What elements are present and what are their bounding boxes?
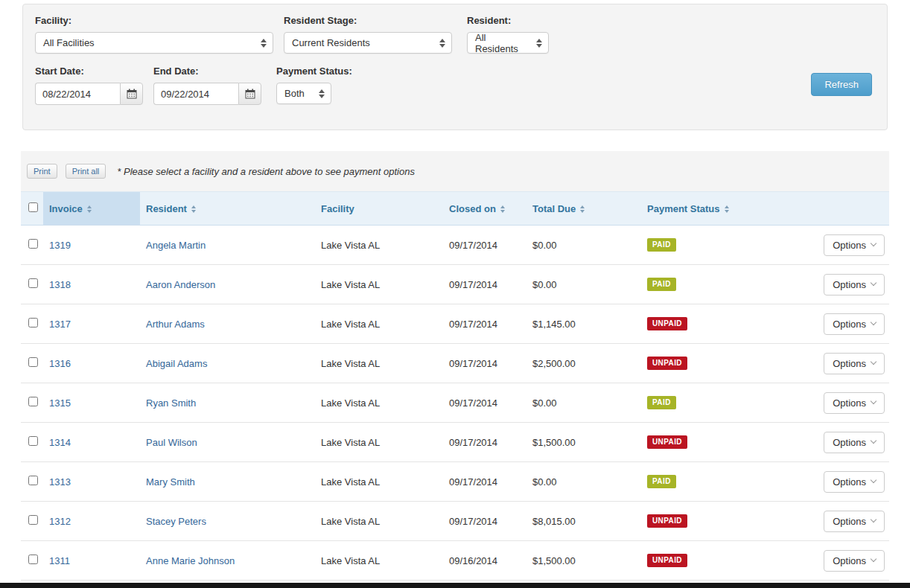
options-button[interactable]: Options	[824, 471, 885, 493]
start-date-label: Start Date:	[35, 65, 143, 77]
facility-cell: Lake Vista AL	[315, 383, 443, 423]
resident-link[interactable]: Aaron Anderson	[146, 279, 215, 290]
invoice-link[interactable]: 1318	[49, 279, 71, 290]
resident-link[interactable]: Paul Wilson	[146, 437, 197, 448]
facility-cell: Lake Vista AL	[315, 344, 443, 383]
table-row: 1314 Paul Wilson Lake Vista AL 09/17/201…	[21, 423, 889, 462]
column-header-facility: Facility	[315, 192, 443, 226]
column-label: Payment Status	[647, 203, 720, 214]
column-header-total-due[interactable]: Total Due	[526, 192, 641, 226]
facility-select[interactable]: All Facilities	[35, 32, 273, 54]
select-all-checkbox[interactable]	[28, 202, 38, 212]
sort-icon	[500, 205, 505, 213]
row-checkbox[interactable]	[28, 278, 38, 288]
options-label: Options	[833, 397, 866, 409]
closed-on-cell: 09/17/2014	[443, 226, 526, 265]
resident-stage-filter-group: Resident Stage: Current Residents	[284, 15, 452, 54]
resident-link[interactable]: Ryan Smith	[146, 397, 196, 409]
row-checkbox[interactable]	[28, 476, 38, 485]
closed-on-cell: 09/17/2014	[443, 462, 526, 502]
row-checkbox[interactable]	[28, 555, 38, 564]
total-due-cell: $8,015.00	[526, 502, 641, 541]
invoice-link[interactable]: 1319	[49, 240, 71, 251]
column-header-resident[interactable]: Resident	[140, 192, 315, 226]
options-button[interactable]: Options	[824, 511, 885, 532]
options-button[interactable]: Options	[824, 550, 885, 572]
table-row: 1318 Aaron Anderson Lake Vista AL 09/17/…	[21, 265, 889, 304]
column-label: Closed on	[449, 203, 496, 214]
sort-icon	[580, 205, 585, 213]
total-due-cell: $0.00	[526, 265, 641, 304]
table-row: 1319 Angela Martin Lake Vista AL 09/17/2…	[21, 226, 889, 265]
start-date-calendar-button[interactable]	[120, 83, 143, 105]
options-button[interactable]: Options	[824, 274, 885, 295]
invoice-link[interactable]: 1314	[49, 437, 71, 448]
resident-link[interactable]: Stacey Peters	[146, 516, 206, 527]
payment-status-select-value: Both	[284, 88, 305, 99]
options-button[interactable]: Options	[824, 392, 885, 414]
resident-link[interactable]: Abigail Adams	[146, 358, 207, 369]
options-button[interactable]: Options	[824, 353, 885, 374]
chevron-down-icon	[871, 556, 876, 562]
column-label: Total Due	[532, 203, 576, 214]
facility-cell: Lake Vista AL	[315, 423, 443, 462]
end-date-group: End Date:	[153, 65, 261, 105]
options-label: Options	[833, 319, 866, 330]
start-date-input[interactable]	[35, 83, 120, 105]
facility-select-value: All Facilities	[43, 37, 95, 48]
print-all-button[interactable]: Print all	[66, 164, 106, 179]
table-row: 1315 Ryan Smith Lake Vista AL 09/17/2014…	[21, 383, 889, 423]
payment-status-select[interactable]: Both	[276, 83, 331, 104]
end-date-input[interactable]	[153, 83, 238, 105]
refresh-button[interactable]: Refresh	[811, 73, 872, 96]
options-label: Options	[833, 279, 866, 290]
total-due-cell: $2,500.00	[526, 344, 641, 383]
payment-options-note: * Please select a facility and a residen…	[117, 166, 415, 177]
facility-label: Facility:	[35, 15, 273, 26]
row-checkbox[interactable]	[28, 436, 38, 446]
invoice-link[interactable]: 1317	[49, 319, 71, 330]
end-date-label: End Date:	[153, 65, 261, 77]
options-button[interactable]: Options	[824, 313, 885, 335]
resident-stage-select-value: Current Residents	[292, 37, 370, 48]
invoice-link[interactable]: 1316	[49, 358, 71, 369]
row-checkbox[interactable]	[28, 515, 38, 525]
bottom-bar	[0, 583, 910, 588]
column-header-payment-status[interactable]: Payment Status	[641, 192, 783, 226]
table-row: 1317 Arthur Adams Lake Vista AL 09/17/20…	[21, 304, 889, 344]
resident-link[interactable]: Angela Martin	[146, 240, 206, 251]
resident-link[interactable]: Anne Marie Johnson	[146, 555, 235, 566]
options-button[interactable]: Options	[824, 432, 885, 453]
column-header-invoice[interactable]: Invoice	[43, 192, 140, 226]
payment-status-badge: PAID	[647, 475, 676, 488]
resident-link[interactable]: Mary Smith	[146, 476, 195, 488]
resident-link[interactable]: Arthur Adams	[146, 319, 205, 330]
resident-select[interactable]: All Residents	[467, 32, 549, 54]
row-checkbox[interactable]	[28, 357, 38, 367]
options-label: Options	[833, 516, 866, 527]
invoice-link[interactable]: 1313	[49, 476, 71, 488]
end-date-calendar-button[interactable]	[238, 83, 261, 105]
total-due-cell: $1,500.00	[526, 423, 641, 462]
chevron-down-icon	[871, 280, 876, 286]
resident-stage-select[interactable]: Current Residents	[284, 32, 452, 54]
column-header-closed-on[interactable]: Closed on	[443, 192, 526, 226]
invoice-link[interactable]: 1311	[49, 555, 70, 566]
row-checkbox[interactable]	[28, 318, 38, 327]
facility-cell: Lake Vista AL	[315, 541, 443, 581]
closed-on-cell: 09/17/2014	[443, 304, 526, 344]
print-button[interactable]: Print	[27, 164, 57, 179]
invoice-table: Invoice Resident Facility Closed on Tota…	[21, 191, 889, 581]
invoice-link[interactable]: 1315	[49, 397, 71, 409]
sort-icon	[191, 205, 196, 213]
resident-select-value: All Residents	[475, 32, 527, 54]
payment-status-group: Payment Status: Both	[276, 65, 352, 104]
row-checkbox[interactable]	[28, 397, 38, 406]
payment-status-label: Payment Status:	[276, 65, 352, 77]
row-checkbox[interactable]	[28, 239, 38, 249]
invoice-link[interactable]: 1312	[49, 516, 71, 527]
payment-status-badge: PAID	[647, 238, 676, 252]
chevron-down-icon	[871, 240, 876, 246]
options-button[interactable]: Options	[824, 234, 885, 256]
payment-status-badge: UNPAID	[647, 435, 687, 449]
